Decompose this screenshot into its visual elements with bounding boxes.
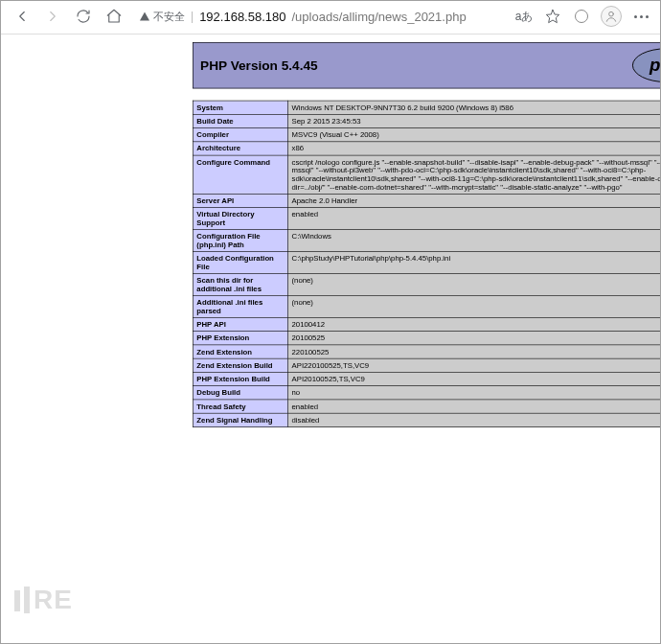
row-value: C:\phpStudy\PHPTutorial\php\php-5.4.45\p… [288,252,660,274]
address-path: /uploads/allimg/news_2021.php [292,10,467,24]
row-value: C:\Windows [288,230,660,252]
table-row: Zend Extension220100525 [193,345,660,358]
circle-icon [575,10,588,23]
profile-button[interactable] [601,6,622,27]
refresh-icon [75,8,92,25]
row-value: enabled [288,208,660,230]
row-name: Compiler [193,128,287,142]
row-value: MSVC9 (Visual C++ 2008) [288,128,660,142]
row-name: Additional .ini files parsed [193,295,287,317]
home-icon [105,8,123,25]
table-row: Zend Signal Handlingdisabled [193,413,660,426]
toolbar-right-icons: aあ [514,6,650,27]
zoom-indicator[interactable] [572,7,591,26]
warning-icon [139,11,150,22]
row-name: Loaded Configuration File [193,252,287,274]
php-logo: php [630,48,660,83]
watermark-bars-icon [14,586,30,613]
row-value: enabled [288,400,660,413]
row-name: Zend Extension Build [193,358,287,372]
row-value: API20100525,TS,VC9 [288,372,660,385]
row-value: (none) [288,273,660,295]
table-row: Loaded Configuration FileC:\phpStudy\PHP… [193,252,660,274]
arrow-left-icon [13,8,31,25]
table-row: Server APIApache 2.0 Handler [193,194,660,207]
row-name: System [193,101,287,114]
browser-toolbar: 不安全 | 192.168.58.180/uploads/allimg/news… [1,1,660,34]
row-value: no [288,386,660,400]
table-row: Debug Buildno [193,386,660,400]
phpinfo-header: PHP Version 5.4.45 php [193,42,660,88]
refresh-button[interactable] [72,5,95,28]
more-button[interactable] [631,7,650,26]
row-name: Architecture [193,142,287,155]
security-indicator[interactable]: 不安全 [139,10,185,24]
table-row: Additional .ini files parsed(none) [193,295,660,317]
page-viewport[interactable]: RE PHP Version 5.4.45 php SystemWindows … [1,34,660,642]
table-row: Virtual Directory Supportenabled [193,208,660,230]
row-value: cscript /nologo configure.js "--enable-s… [288,155,660,194]
security-text: 不安全 [153,10,185,24]
php-logo-icon: php [630,46,660,84]
row-name: PHP Extension Build [193,372,287,385]
arrow-right-icon [44,8,61,25]
address-bar[interactable]: 不安全 | 192.168.58.180/uploads/allimg/news… [133,8,507,26]
svg-marker-2 [546,10,558,22]
row-value: Apache 2.0 Handler [288,194,660,207]
svg-point-1 [145,18,146,19]
row-value: Windows NT DESKTOP-9NN7T30 6.2 build 920… [288,101,660,114]
translate-button[interactable]: aあ [514,7,534,26]
row-value: x86 [288,142,660,155]
row-name: Zend Signal Handling [193,413,287,426]
row-value: (none) [288,295,660,317]
forward-button[interactable] [41,5,64,28]
row-value: API220100525,TS,VC9 [288,358,660,372]
row-name: Configure Command [193,155,287,194]
row-name: PHP Extension [193,332,287,345]
home-button[interactable] [103,5,125,28]
table-row: CompilerMSVC9 (Visual C++ 2008) [193,128,660,142]
table-row: PHP Extension BuildAPI20100525,TS,VC9 [193,372,660,385]
row-name: Server API [193,194,287,207]
table-row: Scan this dir for additional .ini files(… [193,273,660,295]
row-value: 20100525 [288,332,660,345]
row-name: Build Date [193,114,287,127]
more-dots-icon [634,15,649,18]
table-row: Thread Safetyenabled [193,400,660,413]
person-icon [604,10,618,23]
phpinfo-table: SystemWindows NT DESKTOP-9NN7T30 6.2 bui… [193,101,660,427]
star-icon [545,9,560,24]
row-value: disabled [288,413,660,426]
table-row: PHP API20100412 [193,317,660,331]
row-name: Scan this dir for additional .ini files [193,273,287,295]
row-name: Thread Safety [193,400,287,413]
back-button[interactable] [11,5,34,28]
watermark-text: RE [34,585,73,615]
table-row: Architecturex86 [193,142,660,155]
row-name: Configuration File (php.ini) Path [193,230,287,252]
row-name: PHP API [193,317,287,331]
row-value: 20100412 [288,317,660,331]
page-title: PHP Version 5.4.45 [200,58,318,73]
table-row: Configuration File (php.ini) PathC:\Wind… [193,230,660,252]
address-separator: | [191,10,194,23]
favorites-button[interactable] [543,7,562,26]
address-host: 192.168.58.180 [199,10,285,24]
table-row: SystemWindows NT DESKTOP-9NN7T30 6.2 bui… [193,101,660,114]
browser-window: 不安全 | 192.168.58.180/uploads/allimg/news… [0,0,661,644]
phpinfo-page: PHP Version 5.4.45 php SystemWindows NT … [193,42,660,427]
table-row: Build DateSep 2 2015 23:45:53 [193,114,660,127]
table-row: Zend Extension BuildAPI220100525,TS,VC9 [193,358,660,372]
row-value: 220100525 [288,345,660,358]
table-row: PHP Extension20100525 [193,332,660,345]
row-value: Sep 2 2015 23:45:53 [288,114,660,127]
watermark: RE [14,585,73,615]
row-name: Virtual Directory Support [193,208,287,230]
row-name: Zend Extension [193,345,287,358]
svg-text:php: php [649,55,660,75]
table-row: Configure Commandcscript /nologo configu… [193,155,660,194]
row-name: Debug Build [193,386,287,400]
svg-point-3 [609,12,614,16]
